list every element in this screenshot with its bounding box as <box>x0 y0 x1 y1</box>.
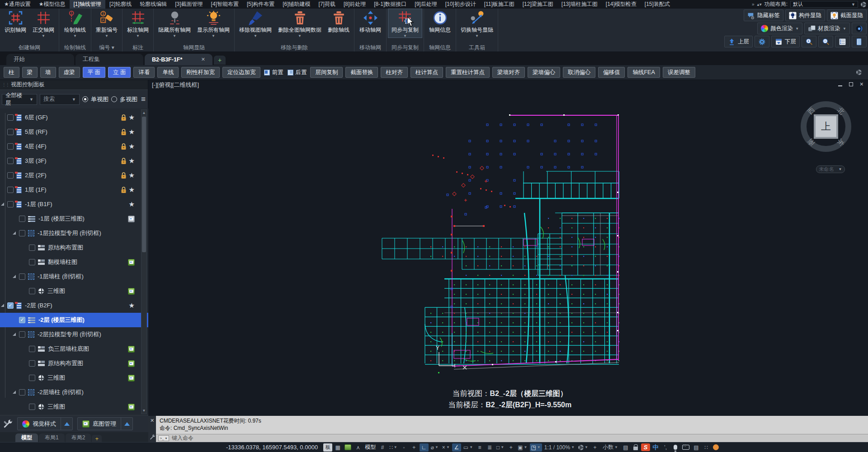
grid-display-icon[interactable]: # <box>378 443 387 452</box>
toolbar-button[interactable]: 取消偏心 <box>563 67 595 78</box>
visibility-checkbox[interactable] <box>19 273 25 280</box>
tree-item[interactable]: 3层 (3F)★ <box>0 154 148 168</box>
settings-gear-icon[interactable]: ▼ <box>577 443 590 452</box>
visibility-checkbox[interactable] <box>7 187 14 193</box>
tree-item[interactable]: 5层 (RF)★ <box>0 125 148 139</box>
star-icon[interactable]: ★ <box>129 172 135 179</box>
close-icon[interactable]: ✕ <box>201 56 205 62</box>
tree-item[interactable]: 翻模墙柱图 <box>0 255 148 269</box>
scrollbar-thumb[interactable] <box>142 117 146 252</box>
toolbar-button[interactable]: 误差调整 <box>663 67 695 78</box>
menu-item[interactable]: [10]初步设计 <box>441 0 480 9</box>
toolbar-button[interactable]: 柱 <box>4 67 19 78</box>
expand-up-button[interactable] <box>121 418 132 430</box>
visibility-checkbox[interactable] <box>19 389 25 396</box>
panel-menu-icon[interactable]: ≡ <box>141 95 146 104</box>
ime-mic-icon[interactable] <box>671 443 680 452</box>
ribbon-right-button[interactable]: 上层 <box>724 36 753 47</box>
toolbar-button[interactable]: 单线 <box>157 67 179 78</box>
board-button[interactable]: 板 <box>323 443 332 452</box>
menu-item[interactable]: [9]后处理 <box>410 0 441 9</box>
ribbon-right-button[interactable]: 下层 <box>771 36 800 47</box>
menu-overflow-icon[interactable]: » <box>752 2 755 7</box>
view-compass[interactable]: 西 北 南 东 上 <box>801 101 851 152</box>
node-snap-icon[interactable]: ◦ <box>400 443 409 452</box>
model-space-button[interactable]: 模型 <box>363 443 377 452</box>
menu-spinner-icon[interactable]: ▴▾ <box>757 2 762 7</box>
toolbar-button[interactable]: 墙 <box>40 67 56 78</box>
visibility-checkbox[interactable] <box>7 143 14 150</box>
lineweight-icon[interactable]: ≡ <box>475 443 484 452</box>
interface-lock-icon[interactable] <box>631 443 640 452</box>
layout-tab[interactable]: 模型 <box>15 433 38 442</box>
ribbon-right-button[interactable]: 隐藏标签 <box>744 9 783 21</box>
snap-add-icon[interactable]: + <box>410 443 419 452</box>
document-tab[interactable]: B2-B3F-1F*✕ <box>145 54 212 65</box>
view-cube-icon[interactable]: □▼ <box>495 443 505 452</box>
tree-item[interactable]: -1层拉模型专用 (剖切框) <box>0 226 148 240</box>
wrench-icon[interactable] <box>149 434 156 440</box>
visibility-checkbox[interactable] <box>29 245 35 251</box>
menu-item[interactable]: [2]轮廓线 <box>105 0 136 9</box>
ribbon-button[interactable]: 1绘制轴线▼ <box>61 9 89 38</box>
menu-item[interactable]: [8-1]数据接口 <box>370 0 410 9</box>
ribbon-button[interactable]: 删除轴线 <box>325 9 353 34</box>
expander-icon[interactable] <box>1 304 4 307</box>
tree-item[interactable]: -2层墙柱 (剖切框) <box>0 385 148 400</box>
new-layout-button[interactable]: + <box>92 435 102 442</box>
visibility-checkbox[interactable] <box>29 288 35 294</box>
panel-bottom-button-main[interactable]: 底图管理 <box>78 420 121 428</box>
layout-tab[interactable]: 布局1 <box>39 433 65 442</box>
lock-icon[interactable] <box>121 129 127 136</box>
panel-header[interactable]: ⋮⋮ 视图控制面板 <box>0 80 148 90</box>
view-thumbnail-icon[interactable] <box>128 404 135 410</box>
toolbar-button[interactable]: 立 面 <box>108 67 131 78</box>
toolbar-button[interactable]: 截面替换 <box>345 67 378 78</box>
tree-item[interactable]: 三维图 <box>0 371 148 385</box>
tree-item[interactable]: -1层 (楼层三维图) <box>0 212 148 226</box>
ribbon-button[interactable]: 移动轴网 <box>356 9 384 34</box>
ribbon-button[interactable]: 同步与复制▼ <box>388 9 422 38</box>
toolbar-button[interactable]: 轴线FEA <box>627 67 660 78</box>
tree-item[interactable]: 2层 (2F)★ <box>0 168 148 183</box>
menu-item[interactable]: [15]装配式 <box>641 0 674 9</box>
visibility-checkbox[interactable] <box>7 201 14 207</box>
ime-keyboard-icon[interactable] <box>681 443 691 452</box>
toolbar-button[interactable]: 虚梁 <box>59 67 80 78</box>
visibility-checkbox[interactable] <box>19 317 25 323</box>
ribbon-button[interactable]: 轴网信息 <box>426 9 454 34</box>
menu-item[interactable]: [8]前处理 <box>340 0 370 9</box>
view-thumbnail-icon[interactable] <box>128 259 135 266</box>
command-close-icon[interactable]: ✕ <box>150 418 154 424</box>
layout-tab[interactable]: 布局2 <box>66 433 91 442</box>
toolbar-button[interactable]: 柱计算点 <box>410 67 443 78</box>
scroll-down-icon[interactable]: ▼ <box>142 408 146 414</box>
ribbon-button[interactable]: 显示所有轴网▼ <box>194 9 233 38</box>
lock-icon[interactable] <box>121 143 127 150</box>
visibility-checkbox[interactable] <box>7 129 14 135</box>
command-history[interactable]: CMDERASEALLAXISNET花费时间: 0.97s 命令: Cmd_Sy… <box>156 416 868 434</box>
tree-scrollbar[interactable]: ▲ ▼ <box>141 109 147 414</box>
tree-item[interactable]: -2层 (楼层三维图) <box>0 313 148 327</box>
view-thumbnail-icon[interactable] <box>128 216 135 222</box>
menu-item[interactable]: [3]截面管理 <box>171 0 207 9</box>
precision-button[interactable]: 小数▼ <box>600 443 620 452</box>
ime-tool-icon[interactable]: ▤ <box>692 443 701 452</box>
tree-item[interactable]: 原结构布置图 <box>0 240 148 255</box>
menu-item[interactable]: ★通用设置 <box>0 0 35 9</box>
toolbar-button[interactable]: 梁墙偏心 <box>528 67 560 78</box>
star-icon[interactable]: ★ <box>129 187 135 193</box>
floor-filter-select[interactable]: 全部楼层 ▼ <box>2 94 37 105</box>
annotation-icon[interactable]: ≣ <box>485 443 494 452</box>
search-select[interactable]: 搜索 ▼ <box>40 94 80 105</box>
visibility-checkbox[interactable] <box>29 404 35 410</box>
tree-item[interactable]: 原结构布置图 <box>0 356 148 371</box>
lock-icon[interactable] <box>121 114 127 121</box>
compass-top-face[interactable]: 上 <box>814 114 838 139</box>
menu-item[interactable]: [12]梁施工图 <box>519 0 557 9</box>
ortho-icon[interactable]: ∟ <box>420 443 429 452</box>
tree-item[interactable]: 负三层墙柱底图 <box>0 342 148 356</box>
toolbar-button[interactable]: 层间复制 <box>310 67 343 78</box>
visibility-checkbox[interactable] <box>7 114 14 121</box>
visibility-checkbox[interactable] <box>29 360 35 367</box>
